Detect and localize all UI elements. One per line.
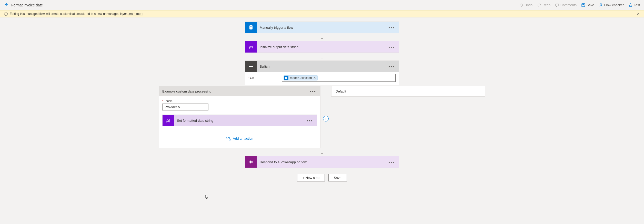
svg-rect-2 [582, 4, 584, 5]
switch-case: Example custom date processing ●●● Equal… [159, 86, 320, 148]
respond-title: Respond to a PowerApp or flow [257, 160, 387, 164]
svg-point-11 [286, 77, 286, 78]
flow-checker-label: Flow checker [604, 3, 624, 7]
trigger-icon [245, 22, 257, 33]
arrow-down-icon: ↓ [321, 34, 324, 40]
add-action-icon [226, 137, 231, 140]
arrow-down-icon: ↓ [321, 54, 324, 59]
save-label: Save [587, 3, 594, 7]
svg-rect-10 [285, 77, 287, 79]
comment-icon [555, 3, 559, 7]
flow-checker-icon [599, 3, 603, 7]
more-icon[interactable]: ●●● [309, 89, 317, 94]
svg-rect-13 [226, 137, 228, 138]
respond-step[interactable]: Respond to a PowerApp or flow ●●● [245, 156, 399, 168]
test-button[interactable]: Test [628, 3, 640, 7]
svg-rect-9 [252, 66, 252, 67]
switch-icon [245, 61, 257, 72]
svg-rect-0 [556, 4, 559, 6]
token-icon [284, 76, 288, 80]
powerapps-icon [245, 156, 257, 168]
switch-step[interactable]: Switch ●●● On modelCollection ✕ [245, 60, 399, 85]
comments-label: Comments [560, 3, 577, 7]
redo-label: Redo [542, 3, 550, 7]
inner-action-title: Set formatted date string [174, 119, 306, 123]
test-label: Test [634, 3, 640, 7]
add-action-button[interactable]: Add an action [162, 137, 317, 140]
close-icon[interactable]: ✕ [637, 12, 640, 16]
switch-title: Switch [257, 65, 387, 68]
remove-token-icon[interactable]: ✕ [313, 76, 316, 80]
set-variable-step[interactable]: {x} Set formatted date string ●●● [162, 115, 317, 126]
variable-icon: {x} [245, 41, 257, 53]
page-title: Format invoice date [11, 3, 43, 7]
add-case-button[interactable]: + [323, 116, 329, 121]
dynamic-token[interactable]: modelCollection ✕ [284, 75, 318, 80]
more-icon[interactable]: ●●● [387, 25, 396, 30]
init-variable-step[interactable]: {x} Initialize output date string ●●● [245, 41, 399, 53]
svg-rect-14 [229, 139, 230, 140]
save-flow-button[interactable]: Save [328, 174, 347, 181]
arrow-down-icon: ↓ [321, 149, 324, 155]
svg-text:{x}: {x} [249, 45, 253, 49]
redo-icon [537, 3, 541, 7]
undo-icon [519, 3, 523, 7]
switch-default[interactable]: Default [331, 86, 485, 97]
switch-on-label: On [248, 76, 282, 80]
default-title: Default [336, 89, 346, 93]
redo-button[interactable]: Redo [537, 3, 550, 7]
trigger-step[interactable]: Manually trigger a flow ●●● [245, 22, 399, 33]
undo-button[interactable]: Undo [519, 3, 532, 7]
case-header[interactable]: Example custom date processing ●●● [159, 86, 320, 96]
more-icon[interactable]: ●●● [387, 160, 396, 165]
init-variable-title: Initialize output date string [257, 45, 387, 49]
save-button[interactable]: Save [581, 3, 594, 7]
flow-checker-button[interactable]: Flow checker [599, 3, 624, 7]
back-button[interactable] [4, 3, 8, 8]
new-step-button[interactable]: + New step [297, 174, 325, 181]
more-icon[interactable]: ●●● [387, 64, 396, 69]
warning-banner: i Editing this managed flow will create … [0, 10, 644, 17]
variable-icon: {x} [163, 115, 174, 126]
svg-point-4 [250, 26, 251, 27]
comments-button[interactable]: Comments [555, 3, 577, 7]
add-action-label: Add an action [233, 137, 253, 140]
equals-input[interactable]: Provider A [162, 104, 208, 110]
switch-on-input[interactable]: modelCollection ✕ [282, 74, 396, 82]
undo-label: Undo [525, 3, 532, 7]
svg-rect-8 [251, 66, 251, 67]
equals-label: Equals [162, 99, 317, 103]
svg-text:{x}: {x} [166, 119, 170, 123]
token-label: modelCollection [290, 76, 312, 80]
info-icon: i [4, 12, 8, 16]
learn-more-link[interactable]: Learn more [128, 12, 143, 16]
svg-rect-7 [250, 66, 250, 67]
save-icon [581, 3, 585, 7]
more-icon[interactable]: ●●● [387, 45, 396, 49]
case-title: Example custom date processing [162, 89, 211, 93]
trigger-title: Manually trigger a flow [257, 26, 387, 29]
test-icon [628, 3, 632, 7]
banner-text: Editing this managed flow will create cu… [10, 12, 128, 16]
more-icon[interactable]: ●●● [306, 118, 314, 123]
